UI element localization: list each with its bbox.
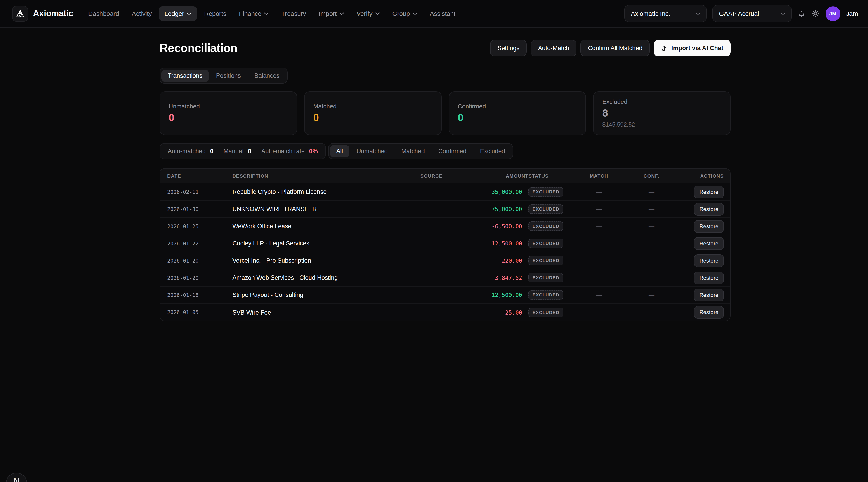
notifications-button[interactable] bbox=[797, 9, 805, 18]
auto-match-button[interactable]: Auto-Match bbox=[531, 40, 577, 57]
entity-select[interactable]: Axiomatic Inc. bbox=[624, 5, 706, 22]
nav-item-finance[interactable]: Finance bbox=[233, 6, 275, 21]
nav-item-group[interactable]: Group bbox=[386, 6, 423, 21]
restore-button[interactable]: Restore bbox=[694, 186, 724, 198]
accounting-basis-select[interactable]: GAAP Accrual bbox=[712, 5, 792, 22]
cell-confidence: — bbox=[624, 257, 679, 264]
match-stat-auto-match-rate: Auto-match rate:0% bbox=[261, 148, 318, 155]
filter-excluded[interactable]: Excluded bbox=[474, 145, 512, 157]
cell-date: 2026-01-30 bbox=[167, 206, 232, 212]
cell-description: WeWork Office Lease bbox=[232, 223, 384, 230]
restore-button[interactable]: Restore bbox=[694, 220, 724, 232]
nav-item-reports[interactable]: Reports bbox=[198, 6, 232, 21]
match-stat-value: 0 bbox=[248, 148, 251, 155]
brand-name: Axiomatic bbox=[33, 8, 73, 19]
nav-item-activity[interactable]: Activity bbox=[126, 6, 158, 21]
cell-confidence: — bbox=[624, 291, 679, 298]
restore-button[interactable]: Restore bbox=[694, 237, 724, 250]
cell-match: — bbox=[574, 223, 624, 230]
nav-item-label: Verify bbox=[356, 10, 372, 17]
cell-description: UNKNOWN WIRE TRANSFER bbox=[232, 206, 384, 213]
cell-confidence: — bbox=[624, 223, 679, 230]
table-row: 2026-01-20Vercel Inc. - Pro Subscription… bbox=[160, 252, 730, 269]
chevron-down-icon bbox=[695, 12, 700, 15]
confirm-all-matched-button[interactable]: Confirm All Matched bbox=[581, 40, 650, 57]
cell-description: Republic Crypto - Platform License bbox=[232, 189, 384, 195]
stat-card-label: Excluded bbox=[602, 99, 722, 105]
restore-button[interactable]: Restore bbox=[694, 203, 724, 215]
restore-button[interactable]: Restore bbox=[694, 306, 724, 319]
stat-cards: Unmatched0Matched0Confirmed0Excluded8$14… bbox=[160, 91, 731, 135]
entity-select-value: Axiomatic Inc. bbox=[631, 10, 670, 17]
filter-unmatched[interactable]: Unmatched bbox=[350, 145, 394, 157]
cell-actions: Restore bbox=[679, 271, 724, 284]
tab-transactions[interactable]: Transactions bbox=[161, 70, 209, 82]
cell-status: EXCLUDED bbox=[528, 204, 574, 214]
status-filter-tabs: AllUnmatchedMatchedConfirmedExcluded bbox=[328, 143, 513, 159]
stat-card-unmatched: Unmatched0 bbox=[160, 91, 297, 135]
filter-matched[interactable]: Matched bbox=[395, 145, 431, 157]
page-header: Reconciliation SettingsAuto-MatchConfirm… bbox=[160, 40, 731, 57]
cell-confidence: — bbox=[624, 206, 679, 213]
match-stat-value: 0% bbox=[309, 148, 318, 155]
filter-confirmed[interactable]: Confirmed bbox=[432, 145, 473, 157]
cell-confidence: — bbox=[624, 309, 679, 316]
stat-card-value: 0 bbox=[168, 112, 288, 124]
match-stat-label: Auto-match rate: bbox=[261, 148, 307, 155]
page-title: Reconciliation bbox=[160, 41, 237, 55]
column-header-status: Status bbox=[528, 173, 574, 179]
cell-match: — bbox=[574, 189, 624, 195]
page-actions: SettingsAuto-MatchConfirm All MatchedImp… bbox=[490, 40, 731, 57]
table-body: 2026-02-11Republic Crypto - Platform Lic… bbox=[160, 184, 730, 321]
cell-description: SVB Wire Fee bbox=[232, 309, 384, 316]
cell-date: 2026-01-25 bbox=[167, 223, 232, 229]
match-stat-label: Auto-matched: bbox=[168, 148, 208, 155]
nav-item-verify[interactable]: Verify bbox=[350, 6, 385, 21]
brand-logo[interactable] bbox=[12, 6, 28, 22]
cell-date: 2026-01-20 bbox=[167, 275, 232, 281]
stat-card-matched: Matched0 bbox=[304, 91, 442, 135]
status-badge: EXCLUDED bbox=[528, 221, 563, 231]
transactions-table: DateDescriptionSourceAmountStatusMatchCo… bbox=[160, 168, 731, 321]
avatar[interactable]: JM bbox=[825, 6, 840, 21]
tab-positions[interactable]: Positions bbox=[210, 70, 247, 82]
theme-toggle-button[interactable] bbox=[811, 9, 819, 18]
cell-status: EXCLUDED bbox=[528, 273, 574, 283]
status-badge: EXCLUDED bbox=[528, 273, 563, 283]
import-icon bbox=[661, 45, 668, 52]
nav-item-ledger[interactable]: Ledger bbox=[159, 6, 197, 21]
nav-item-dashboard[interactable]: Dashboard bbox=[82, 6, 125, 21]
nav-item-assistant[interactable]: Assistant bbox=[424, 6, 461, 21]
import-via-ai-chat-button[interactable]: Import via AI Chat bbox=[654, 40, 731, 57]
nav-item-label: Finance bbox=[239, 10, 261, 17]
tab-balances[interactable]: Balances bbox=[248, 70, 286, 82]
bell-icon bbox=[797, 9, 805, 18]
cell-status: EXCLUDED bbox=[528, 308, 574, 317]
status-badge: EXCLUDED bbox=[528, 204, 563, 214]
nav-item-treasury[interactable]: Treasury bbox=[276, 6, 312, 21]
settings-button[interactable]: Settings bbox=[490, 40, 527, 57]
restore-button[interactable]: Restore bbox=[694, 289, 724, 301]
cell-status: EXCLUDED bbox=[528, 187, 574, 197]
nav-item-label: Assistant bbox=[430, 10, 456, 17]
dev-tools-button[interactable]: N bbox=[6, 473, 27, 482]
restore-button[interactable]: Restore bbox=[694, 271, 724, 284]
button-label: Confirm All Matched bbox=[588, 45, 643, 52]
nav-item-label: Import bbox=[319, 10, 337, 17]
cell-actions: Restore bbox=[679, 254, 724, 267]
column-header-source: Source bbox=[384, 173, 442, 179]
cell-date: 2026-01-22 bbox=[167, 240, 232, 247]
chevron-down-icon bbox=[187, 12, 191, 15]
match-stat-label: Manual: bbox=[223, 148, 245, 155]
nav-item-label: Dashboard bbox=[88, 10, 119, 17]
restore-button[interactable]: Restore bbox=[694, 254, 724, 267]
column-header-actions: Actions bbox=[679, 173, 724, 179]
nav-item-import[interactable]: Import bbox=[313, 6, 350, 21]
table-row: 2026-02-11Republic Crypto - Platform Lic… bbox=[160, 184, 730, 201]
cell-match: — bbox=[574, 309, 624, 316]
stat-card-value: 0 bbox=[458, 112, 577, 124]
view-tabs: TransactionsPositionsBalances bbox=[160, 68, 287, 84]
cell-actions: Restore bbox=[679, 237, 724, 250]
cell-match: — bbox=[574, 274, 624, 281]
filter-all[interactable]: All bbox=[330, 145, 349, 157]
